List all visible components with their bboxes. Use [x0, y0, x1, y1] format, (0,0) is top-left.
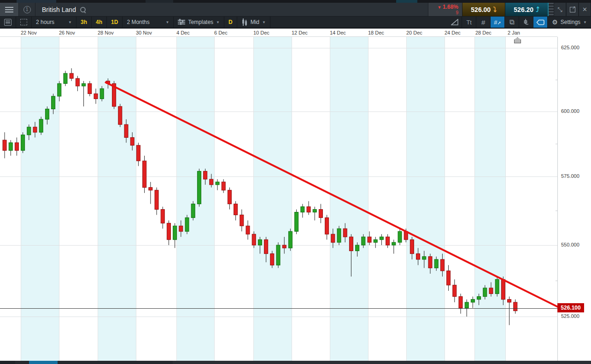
- price-chart[interactable]: 625.000600.000575.000550.000525.00022 No…: [0, 29, 591, 361]
- candle[interactable]: [331, 234, 335, 242]
- buy-price-button[interactable]: 526.20 ⤴: [505, 3, 548, 16]
- candle[interactable]: [386, 237, 390, 245]
- candle[interactable]: [33, 127, 37, 132]
- candle[interactable]: [276, 245, 280, 265]
- candle[interactable]: [136, 145, 140, 161]
- day-session-button[interactable]: D: [224, 17, 237, 28]
- candle[interactable]: [173, 226, 177, 240]
- candle[interactable]: [374, 240, 377, 242]
- candle[interactable]: [368, 237, 371, 242]
- candle[interactable]: [197, 171, 201, 204]
- candle[interactable]: [410, 240, 414, 254]
- candle[interactable]: [118, 106, 122, 124]
- price-type-dropdown[interactable]: Mid ▼: [237, 17, 270, 28]
- trendline[interactable]: [105, 82, 559, 307]
- candle[interactable]: [282, 245, 286, 248]
- candle[interactable]: [514, 302, 517, 311]
- candle[interactable]: [343, 229, 347, 237]
- instrument-title-area[interactable]: British Land: [35, 3, 428, 16]
- draw-tool-button[interactable]: #➚: [491, 17, 504, 28]
- candle[interactable]: [422, 257, 426, 259]
- candle[interactable]: [349, 237, 353, 251]
- candle[interactable]: [392, 242, 396, 245]
- templates-dropdown[interactable]: Templates ▼: [174, 17, 224, 28]
- interval-dropdown[interactable]: 2 hours ▼: [32, 17, 76, 28]
- layers-button[interactable]: ⧉: [505, 17, 519, 28]
- candle[interactable]: [234, 204, 238, 215]
- candle[interactable]: [64, 73, 67, 83]
- candle[interactable]: [204, 171, 207, 179]
- candle[interactable]: [76, 78, 79, 86]
- candle[interactable]: [143, 161, 146, 188]
- candle[interactable]: [288, 231, 292, 248]
- candle[interactable]: [264, 240, 268, 254]
- candle[interactable]: [483, 288, 487, 297]
- candle[interactable]: [82, 83, 86, 86]
- candle[interactable]: [362, 237, 365, 245]
- candle[interactable]: [9, 143, 12, 151]
- candle[interactable]: [45, 109, 49, 119]
- candle[interactable]: [258, 240, 262, 245]
- candle[interactable]: [459, 297, 462, 308]
- collapse-button[interactable]: ⤡: [554, 3, 566, 16]
- candle[interactable]: [100, 88, 104, 99]
- candle[interactable]: [295, 212, 298, 232]
- candle[interactable]: [191, 204, 195, 218]
- close-button[interactable]: ✕: [579, 3, 591, 16]
- candle[interactable]: [246, 226, 250, 234]
- candle[interactable]: [167, 223, 170, 240]
- candle[interactable]: [270, 254, 274, 265]
- candle[interactable]: [398, 231, 402, 242]
- candle[interactable]: [416, 254, 420, 259]
- settings-dropdown[interactable]: ⚙ Settings ▼: [548, 17, 591, 28]
- candle[interactable]: [222, 182, 225, 190]
- drag-handle[interactable]: [548, 3, 554, 16]
- candle[interactable]: [3, 140, 6, 151]
- candle[interactable]: [70, 73, 73, 78]
- candle[interactable]: [337, 229, 341, 242]
- chart-list-button[interactable]: [0, 17, 16, 28]
- candle[interactable]: [228, 190, 231, 204]
- candle[interactable]: [453, 285, 456, 297]
- candle[interactable]: [130, 137, 134, 145]
- menu-button[interactable]: [0, 3, 19, 16]
- text-tool-button[interactable]: Tt: [462, 17, 476, 28]
- price-label-tool-button[interactable]: [533, 17, 547, 28]
- candle[interactable]: [27, 127, 31, 135]
- candle[interactable]: [179, 226, 183, 231]
- anchor-tool-button[interactable]: [519, 17, 533, 28]
- candle[interactable]: [21, 135, 25, 151]
- candle[interactable]: [471, 299, 474, 302]
- sell-price-button[interactable]: 526.00 ⤵: [462, 3, 505, 16]
- candle[interactable]: [240, 215, 244, 226]
- candle[interactable]: [216, 182, 219, 185]
- candle[interactable]: [319, 210, 322, 218]
- candle[interactable]: [210, 179, 213, 185]
- candle[interactable]: [15, 143, 18, 151]
- candle[interactable]: [508, 299, 511, 302]
- candle[interactable]: [149, 188, 152, 190]
- candle[interactable]: [124, 124, 128, 137]
- candle[interactable]: [501, 279, 505, 299]
- candle[interactable]: [489, 288, 493, 294]
- candle[interactable]: [447, 271, 451, 285]
- candle[interactable]: [301, 207, 304, 212]
- candle[interactable]: [155, 190, 158, 210]
- interval-4h-button[interactable]: 4h: [92, 17, 106, 28]
- candle[interactable]: [58, 83, 61, 96]
- popout-button[interactable]: ↗: [566, 3, 579, 16]
- candle[interactable]: [94, 94, 98, 99]
- candle[interactable]: [428, 257, 432, 268]
- candle[interactable]: [88, 83, 92, 94]
- search-icon[interactable]: [80, 6, 86, 13]
- candle[interactable]: [161, 210, 164, 223]
- link-group-button[interactable]: 1: [19, 3, 35, 16]
- candle[interactable]: [252, 234, 256, 245]
- candle[interactable]: [307, 207, 310, 212]
- interval-1d-button[interactable]: 1D: [107, 17, 122, 28]
- candle[interactable]: [185, 217, 189, 231]
- candle[interactable]: [440, 259, 444, 271]
- interval-3h-button[interactable]: 3h: [76, 17, 91, 28]
- candle[interactable]: [325, 217, 329, 234]
- candle[interactable]: [313, 210, 316, 212]
